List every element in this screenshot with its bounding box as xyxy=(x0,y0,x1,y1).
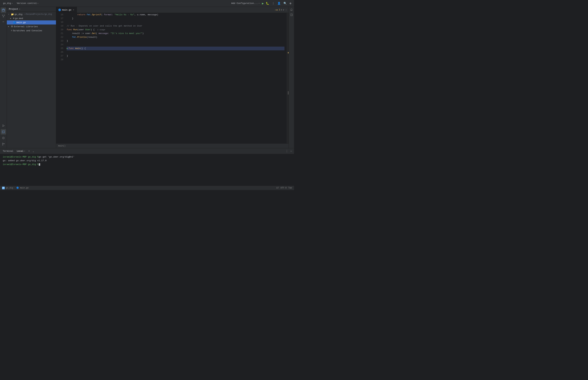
terminal-line-1: israel@Israels-MBP go_dig % go get 'go.u… xyxy=(3,155,291,159)
file-icon-maingo: 🔵 xyxy=(13,21,16,24)
tab-maingo[interactable]: 🔵 main.go × xyxy=(56,7,77,13)
sidebar-icon-run[interactable] xyxy=(1,123,6,128)
root-folder-label: go_dig xyxy=(15,13,22,16)
sidebar-icon-problems[interactable] xyxy=(1,135,6,141)
code-line-27: } xyxy=(67,54,285,58)
tree-item-root[interactable]: ▾ 📁 go_dig ~/GolandProjects/go_dig xyxy=(7,12,56,16)
debug-icon[interactable]: 🐛 xyxy=(265,1,270,6)
add-config-chevron: ▾ xyxy=(258,2,260,4)
right-gutter xyxy=(288,7,294,148)
warning-badge: ⚠ ▲ 2 xyxy=(275,8,280,11)
terminal-cmd-1: go get 'go.uber.org/dig@v1' xyxy=(39,155,75,159)
status-bar-left: go go_dig › 🔵 main.go xyxy=(2,187,29,189)
svg-point-4 xyxy=(4,15,5,16)
run-button[interactable]: ▶ xyxy=(262,1,264,5)
sidebar-icon-structure[interactable] xyxy=(1,13,6,19)
terminal-actions: ⋮ — xyxy=(285,149,293,153)
sidebar-icon-project[interactable] xyxy=(1,7,6,13)
expand-icon-gomod: ▶ xyxy=(10,17,12,19)
code-line-18 xyxy=(67,20,285,24)
terminal-output-1: go: added go.uber.org/dig v1.17.0 xyxy=(3,159,46,163)
sidebar-icons: ⋯ xyxy=(0,7,7,148)
warning-nav-down[interactable]: ∨ xyxy=(283,8,284,11)
sidebar-bottom-icons xyxy=(1,123,6,148)
more-options-icon[interactable]: ⋮ xyxy=(271,1,275,6)
version-control-label: Version control xyxy=(17,2,37,5)
sidebar-icon-git[interactable] xyxy=(1,141,6,147)
terminal-area: Terminal Local × + ⌄ ⋮ — israel@Israels-… xyxy=(0,148,294,186)
status-encoding[interactable]: UTF-8 xyxy=(280,187,286,189)
status-bar: go go_dig › 🔵 main.go LF UTF-8 Tab xyxy=(0,186,294,190)
code-line-17: } xyxy=(67,17,285,20)
project-name-label: go_dig xyxy=(3,2,11,5)
expand-icon-ext-libs: ▶ xyxy=(8,25,10,28)
tab-maingo-label: main.go xyxy=(62,9,72,11)
svg-point-15 xyxy=(2,145,3,145)
code-editor: 16 17 18 19 20 21 22 23 24 25 26 27 28 r… xyxy=(56,13,288,143)
search-icon[interactable]: 🔍 xyxy=(283,1,287,6)
editor-breadcrumb: main() xyxy=(56,143,288,148)
line-numbers: 16 17 18 19 20 21 22 23 24 25 26 27 28 xyxy=(56,13,65,143)
sidebar-icon-terminal[interactable] xyxy=(1,129,6,134)
code-line-24 xyxy=(67,43,285,47)
code-content[interactable]: return fmt.Sprintf( format: "Hello %s - … xyxy=(65,13,286,143)
tree-item-maingo[interactable]: 🔵 main.go xyxy=(7,20,56,24)
code-line-26 xyxy=(67,50,285,54)
project-dropdown[interactable]: go_dig ▾ xyxy=(2,1,14,5)
tree-item-gomod[interactable]: ▶ ≡ go.mod xyxy=(7,16,56,20)
minimap xyxy=(286,13,288,143)
terminal-minimize-icon[interactable]: — xyxy=(290,149,293,153)
terminal-tab-local-label: Local xyxy=(17,150,23,152)
terminal-tab-local-close[interactable]: × xyxy=(24,150,25,152)
status-file-icon: 🔵 xyxy=(16,187,19,189)
project-panel: Project ▾ ▾ 📁 go_dig ~/GolandProjects/go… xyxy=(7,7,56,148)
breadcrumb-main: main() xyxy=(58,145,65,147)
status-lf[interactable]: LF xyxy=(276,187,279,189)
toolbar-left: go_dig ▾ Version control ▾ xyxy=(2,1,229,5)
status-indent[interactable]: Tab xyxy=(288,187,292,189)
root-path-hint: ~/GolandProjects/go_dig xyxy=(24,13,52,16)
tree-item-ext-libs[interactable]: ▶ 🏛 External Libraries xyxy=(7,24,56,29)
profile-icon[interactable]: 👤 xyxy=(277,1,281,6)
scrollbar-thumb[interactable] xyxy=(288,91,288,95)
terminal-tab-terminal[interactable]: Terminal xyxy=(1,150,15,153)
status-bar-right: LF UTF-8 Tab xyxy=(276,187,292,189)
project-dropdown-chevron: ▾ xyxy=(12,2,13,4)
code-line-23: } xyxy=(67,39,285,43)
sidebar-icon-more[interactable]: ⋯ xyxy=(1,19,6,24)
right-panel-icon[interactable] xyxy=(289,13,294,17)
svg-line-7 xyxy=(3,16,4,17)
code-line-25: ▶ func main() { xyxy=(67,47,285,50)
project-tree: ▾ 📁 go_dig ~/GolandProjects/go_dig ▶ ≡ g… xyxy=(7,12,56,148)
toolbar-right: Add Configuration... ▾ ▶ 🐛 ⋮ 👤 🔍 ⚙ xyxy=(230,1,292,6)
tab-settings-icon[interactable]: ⋮ xyxy=(285,8,287,11)
terminal-tab-terminal-label: Terminal xyxy=(3,150,13,152)
svg-rect-18 xyxy=(290,14,292,16)
svg-point-14 xyxy=(2,143,3,144)
go-icon: go xyxy=(2,187,5,189)
terminal-dropdown-button[interactable]: ⌄ xyxy=(32,149,35,153)
terminal-content[interactable]: israel@Israels-MBP go_dig % go get 'go.u… xyxy=(0,154,294,186)
warning-icon: ⚠ xyxy=(275,8,276,11)
svg-point-3 xyxy=(2,15,3,16)
status-sep-1: › xyxy=(14,187,15,189)
status-project[interactable]: go xyxy=(2,187,5,189)
settings-icon[interactable]: ⚙ xyxy=(289,1,292,6)
notifications-icon[interactable] xyxy=(289,7,294,12)
terminal-more-icon[interactable]: ⋮ xyxy=(285,149,289,153)
folder-icon-root: 📁 xyxy=(11,13,14,16)
terminal-tab-local[interactable]: Local × xyxy=(15,150,27,153)
maingo-label: main.go xyxy=(17,21,26,24)
warning-nav-up[interactable]: ∧ xyxy=(281,8,282,11)
add-config-dropdown[interactable]: Add Configuration... ▾ xyxy=(230,1,261,5)
tree-item-scratches[interactable]: ≡ Scratches and Consoles xyxy=(7,29,56,33)
tab-maingo-close[interactable]: × xyxy=(73,9,75,11)
status-project-label[interactable]: go_dig xyxy=(6,187,13,189)
code-line-20: func Run(user User) { 1 usage xyxy=(67,28,285,32)
file-icon-gomod: ≡ xyxy=(13,17,14,20)
status-file-label[interactable]: main.go xyxy=(20,187,28,189)
version-control-dropdown[interactable]: Version control ▾ xyxy=(16,1,39,5)
code-line-28 xyxy=(67,58,285,62)
run-gutter-25[interactable]: ▶ xyxy=(67,47,68,50)
new-tab-button[interactable]: + xyxy=(27,149,31,153)
